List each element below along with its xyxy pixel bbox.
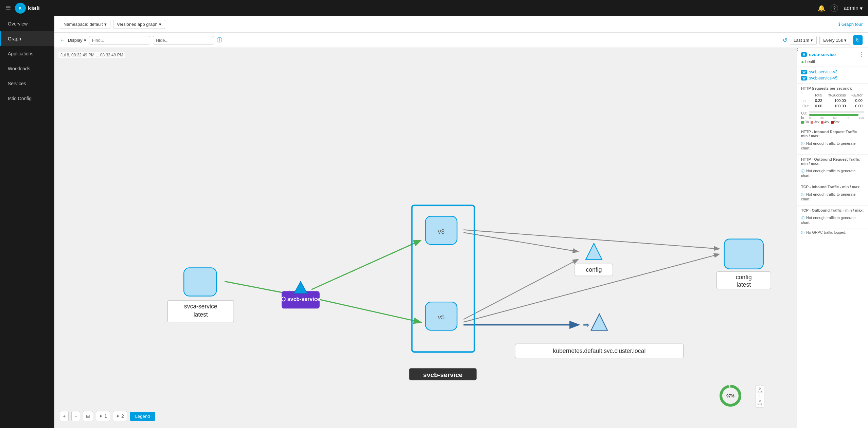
back-icon: ← [60, 37, 65, 43]
outbound-title: HTTP - Outbound Request Traffic min / ma… [801, 157, 864, 165]
graph-tour-button[interactable]: ℹ Graph tour [838, 22, 863, 27]
chart-legend: OK 3xx 4xx 5xx [801, 120, 864, 124]
sidebar-item-istio-config[interactable]: Istio Config [0, 91, 54, 106]
health-dot-icon: ● [801, 59, 804, 65]
time-range-dropdown[interactable]: Last 1m ▾ [790, 36, 817, 45]
http-success-in: 100.00 [823, 98, 847, 103]
display-label: Display [68, 38, 83, 43]
user-menu[interactable]: admin ▾ [844, 5, 863, 12]
hide-panel-button[interactable]: Hide » [797, 48, 800, 54]
refresh-button[interactable]: ↻ [853, 35, 863, 45]
tcp-outbound-section: TCP - Outbound Traffic - min / max: ⓘ No… [797, 206, 868, 229]
graph-timestamp: Jul 8, 08:32:49 PM ... 08:33:49 PM [58, 52, 125, 58]
chart-out-label: Out [801, 111, 808, 115]
http-row-out: Out 0.00 100.00 0.00 [801, 103, 864, 109]
legend-3xx-label: 3xx [814, 120, 819, 124]
sidebar-item-services-label: Services [8, 81, 26, 86]
help-icon[interactable]: ? [831, 4, 838, 12]
display-button[interactable]: Display ▾ [68, 38, 86, 43]
svg-text:svca-service: svca-service [184, 303, 217, 310]
zoom-out-button[interactable]: − [71, 411, 80, 421]
graph-area: Jul 8, 08:32:49 PM ... 08:33:49 PM [54, 48, 868, 428]
chart-x-axis: 0 25 50 75 100 [809, 116, 864, 120]
http-col-total: Total [811, 92, 823, 98]
graph-type-dropdown[interactable]: Versioned app graph ▾ [113, 20, 165, 29]
chart-container: Out [801, 111, 864, 116]
refresh-interval-dropdown[interactable]: Every 15s ▾ [819, 36, 850, 45]
donut-chart: 97% [719, 384, 742, 408]
kiali-logo-icon: K [15, 3, 26, 14]
chart-in-bar [809, 114, 858, 116]
http-success-out: 100.00 [823, 103, 847, 109]
hamburger-icon[interactable]: ☰ [5, 4, 11, 12]
find-input[interactable] [89, 36, 150, 44]
zoom-in-icon: + [63, 413, 66, 419]
legend-4xx-dot [821, 121, 823, 124]
hide-input[interactable] [153, 36, 214, 44]
http-error-out: 0.00 [847, 103, 864, 109]
graph-tour-icon: ℹ [838, 22, 840, 27]
legend-button[interactable]: Legend [130, 412, 155, 421]
tcp-outbound-info-icon: ⓘ [801, 216, 804, 220]
http-error-in: 0.00 [847, 98, 864, 103]
chart-out-bar [809, 111, 864, 113]
svg-text:K: K [19, 6, 22, 10]
workload-item-v3[interactable]: W svcb-service-v3 [801, 69, 864, 75]
speed-in-value: 0 [759, 399, 761, 403]
svg-text:config: config [586, 266, 602, 273]
workload-item-v5[interactable]: W svcb-service-v5 [801, 75, 864, 81]
sidebar-item-services[interactable]: Services [0, 76, 54, 91]
http-section-title: HTTP (requests per second): [801, 86, 864, 90]
sidebar-item-istio-config-label: Istio Config [8, 96, 32, 101]
chart-x-25: 25 [820, 116, 824, 120]
sidebar: Overview Graph Applications Workloads Se… [0, 16, 54, 428]
legend-3xx-dot [811, 121, 813, 124]
workload-name-v5: svcb-service-v5 [809, 76, 837, 81]
layout2-icon: ✦ [116, 413, 120, 419]
back-button[interactable]: ← [60, 37, 65, 43]
grpc-note: ⓘ No GRPC traffic logged. [797, 229, 868, 236]
svg-rect-29 [724, 239, 763, 269]
layout1-icon: ✦ [99, 413, 103, 419]
bell-icon[interactable]: 🔔 [818, 4, 825, 12]
svg-text:v5: v5 [438, 314, 445, 321]
info-icon[interactable]: ⓘ [217, 37, 222, 44]
inbound-title: HTTP - Inbound Request Traffic min / max… [801, 130, 864, 138]
speed-indicator: 0 K/s 0 K/s [755, 385, 764, 408]
svg-text:svcb-service: svcb-service [423, 371, 463, 378]
http-total-out: 0.00 [811, 103, 823, 109]
sidebar-item-graph[interactable]: Graph [0, 31, 54, 46]
layout1-button[interactable]: ✦ 1 [96, 411, 110, 421]
layout2-button[interactable]: ✦ 2 [113, 411, 127, 421]
sidebar-item-applications[interactable]: Applications [0, 46, 54, 61]
zoom-out-icon: − [74, 413, 77, 419]
sidebar-item-overview[interactable]: Overview [0, 16, 54, 31]
svg-text:v3: v3 [438, 228, 445, 235]
health-label: health [805, 59, 816, 64]
fit-button[interactable]: ⊞ [83, 411, 93, 421]
namespace-chevron-icon: ▾ [104, 22, 107, 27]
layout1-label: 1 [104, 413, 107, 419]
svg-rect-15 [184, 268, 216, 296]
sidebar-item-applications-label: Applications [8, 51, 34, 56]
panel-more-button[interactable]: ⋮ [858, 51, 864, 58]
svg-marker-21 [294, 281, 307, 293]
http-row-in: In 0.22 100.00 0.00 [801, 98, 864, 103]
sidebar-item-workloads[interactable]: Workloads [0, 61, 54, 76]
service-name[interactable]: svcb-service [809, 52, 836, 57]
legend-ok-label: OK [804, 120, 809, 124]
workload-name-v3: svcb-service-v3 [809, 70, 837, 74]
kiali-logo: K kiali [15, 3, 40, 14]
sidebar-item-overview-label: Overview [8, 21, 28, 26]
time-refresh-icon: ↺ [783, 37, 787, 43]
graph-canvas[interactable]: Jul 8, 08:32:49 PM ... 08:33:49 PM [54, 48, 797, 428]
main-content: Namespace: default ▾ Versioned app graph… [54, 16, 868, 428]
graph-type-label: Versioned app graph [117, 22, 158, 27]
zoom-in-button[interactable]: + [60, 411, 69, 421]
svg-text:⇒: ⇒ [583, 321, 589, 329]
layout: Overview Graph Applications Workloads Se… [0, 16, 868, 428]
graph-toolbar: ← Display ▾ ⓘ ↺ Last 1m ▾ Every 15s ▾ [54, 33, 868, 48]
svg-line-5 [463, 233, 578, 252]
layout2-label: 2 [121, 413, 124, 419]
namespace-dropdown[interactable]: Namespace: default ▾ [60, 20, 110, 29]
